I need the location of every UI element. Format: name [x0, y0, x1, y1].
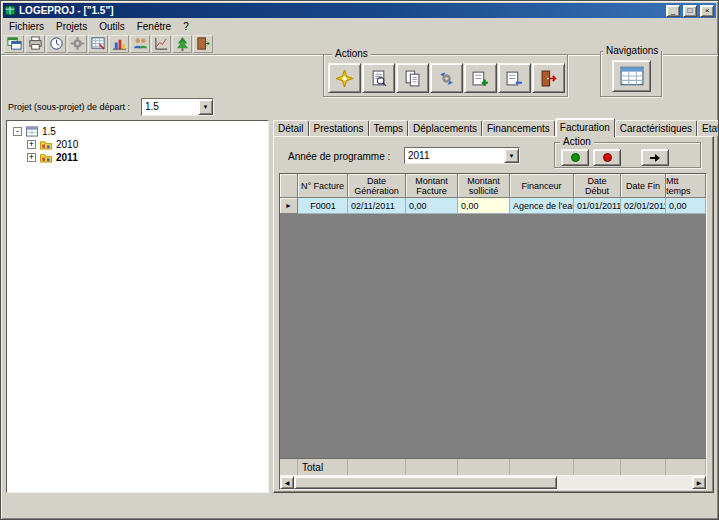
add-button[interactable]: [464, 63, 497, 93]
collapse-icon[interactable]: -: [13, 127, 22, 136]
column-header-numero-facture[interactable]: N° Facture: [298, 174, 348, 198]
toolbar-clock-button[interactable]: [46, 35, 66, 53]
navigations-group-label: Navigations: [603, 45, 661, 56]
header-line: Date: [587, 176, 606, 186]
tree-item-2010[interactable]: + 2010: [7, 138, 268, 151]
maximize-button[interactable]: □: [683, 5, 697, 17]
window-title: LOGEPROJ - ["1.5"]: [19, 5, 663, 16]
cell-montant-sollicite[interactable]: 0,00: [458, 198, 510, 214]
gear-icon: [70, 36, 85, 51]
toolbar-settings-button[interactable]: [67, 35, 87, 53]
navigation-table-button[interactable]: [612, 60, 651, 92]
copy-button[interactable]: [396, 63, 429, 93]
close-door-button[interactable]: [532, 63, 565, 93]
tree-item-2011[interactable]: + 2011: [7, 151, 268, 164]
year-combobox[interactable]: 2011 ▼: [404, 147, 520, 164]
scrollbar-thumb[interactable]: [294, 476, 557, 489]
toolbar-projects-tree-button[interactable]: [172, 35, 192, 53]
grid-header-row: N° Facture DateGénération MontantFacture…: [280, 174, 706, 198]
tab-prestations[interactable]: Prestations: [309, 120, 369, 136]
menu-projets[interactable]: Projets: [50, 20, 93, 33]
tree-item-label: 2011: [56, 152, 78, 163]
menu-fichiers[interactable]: Fichiers: [3, 20, 50, 33]
preview-page-icon: [370, 70, 387, 87]
cell-date-debut[interactable]: 01/01/2011: [574, 198, 621, 214]
tab-detail[interactable]: Détail: [273, 120, 309, 136]
header-line: sollicité: [469, 186, 499, 196]
action-groupbox: Action: [554, 142, 701, 168]
grid-horizontal-scrollbar[interactable]: ◀ ▶: [280, 475, 706, 489]
clock-icon: [49, 36, 64, 51]
tab-financements[interactable]: Financements: [482, 120, 555, 136]
toolbar-windows-button[interactable]: [4, 35, 24, 53]
toolbar-chart-button[interactable]: [109, 35, 129, 53]
column-header-mtt-temps[interactable]: Mtt temps: [666, 174, 706, 198]
preview-button[interactable]: [362, 63, 395, 93]
generate-button[interactable]: [328, 63, 361, 93]
tree-item-root[interactable]: - 1.5: [7, 125, 268, 138]
column-header-date-fin[interactable]: Date Fin: [621, 174, 666, 198]
tree-item-label: 1.5: [42, 126, 56, 137]
tab-etats[interactable]: Etats: [697, 120, 719, 136]
exit-door-icon: [196, 36, 211, 51]
bar-chart-icon: [112, 36, 127, 51]
tab-deplacements[interactable]: Déplacements: [408, 120, 482, 136]
application-window: LOGEPROJ - ["1.5"] _ □ × Fichiers Projet…: [0, 0, 719, 520]
action-go-button[interactable]: [641, 149, 669, 166]
toolbar-print-button[interactable]: [25, 35, 45, 53]
header-line: Début: [585, 186, 609, 196]
windows-icon: [7, 36, 22, 51]
actions-group-label: Actions: [332, 48, 371, 59]
cell-numero-facture[interactable]: F0001: [298, 198, 348, 214]
expand-icon[interactable]: +: [27, 153, 36, 162]
remove-form-icon: [506, 70, 523, 87]
minimize-button[interactable]: _: [666, 5, 680, 17]
scroll-left-button[interactable]: ◀: [280, 476, 294, 489]
action-validate-button[interactable]: [561, 149, 589, 166]
column-header-montant-sollicite[interactable]: Montantsollicité: [458, 174, 510, 198]
titlebar: LOGEPROJ - ["1.5"] _ □ ×: [3, 3, 716, 18]
column-header-financeur[interactable]: Financeur: [510, 174, 574, 198]
menu-outils[interactable]: Outils: [93, 20, 131, 33]
expand-icon[interactable]: +: [27, 140, 36, 149]
column-header-montant-facture[interactable]: MontantFacture: [406, 174, 458, 198]
grid-data-row: ► F0001 02/11/2011 0,00 0,00 Agence de l…: [280, 198, 706, 214]
process-button[interactable]: [430, 63, 463, 93]
tab-facturation[interactable]: Facturation: [555, 118, 615, 137]
tab-caracteristiques[interactable]: Caractéristiques: [615, 120, 697, 136]
column-header-date-debut[interactable]: DateDébut: [574, 174, 621, 198]
cell-financeur[interactable]: Agence de l'eau: [510, 198, 574, 214]
cell-date-generation[interactable]: 02/11/2011: [348, 198, 406, 214]
total-cell: [666, 459, 706, 475]
menu-fenetre[interactable]: Fenêtre: [131, 20, 177, 33]
toolbar-users-button[interactable]: [130, 35, 150, 53]
exit-door-icon: [540, 70, 557, 87]
toolbar-exit-button[interactable]: [193, 35, 213, 53]
menu-help[interactable]: ?: [177, 20, 195, 33]
action-stop-button[interactable]: [593, 149, 621, 166]
header-line: Montant: [467, 176, 500, 186]
total-cell: [458, 459, 510, 475]
project-combobox[interactable]: 1.5 ▼: [141, 98, 214, 116]
cell-montant-facture[interactable]: 0,00: [406, 198, 458, 214]
close-button[interactable]: ×: [700, 5, 714, 17]
dropdown-arrow-icon[interactable]: ▼: [198, 99, 213, 115]
cell-mtt-temps[interactable]: 0,00: [666, 198, 706, 214]
row-selector-cell[interactable]: ►: [280, 198, 298, 214]
dropdown-arrow-icon[interactable]: ▼: [504, 148, 519, 163]
toolbar-data-grid-button[interactable]: [88, 35, 108, 53]
remove-button[interactable]: [498, 63, 531, 93]
data-table-icon: [620, 66, 644, 86]
tab-temps[interactable]: Temps: [369, 120, 408, 136]
row-selector-header: [280, 174, 298, 198]
header-line: Montant: [415, 176, 448, 186]
facturation-panel: Année de programme : 2011 ▼ Action N° Fa…: [273, 136, 714, 493]
cell-date-fin[interactable]: 02/01/2011: [621, 198, 666, 214]
scroll-right-button[interactable]: ▶: [692, 476, 706, 489]
project-tree: - 1.5 + 2010 + 2011: [6, 120, 269, 493]
column-header-date-generation[interactable]: DateGénération: [348, 174, 406, 198]
toolbar-statistics-button[interactable]: [151, 35, 171, 53]
app-icon: [5, 5, 16, 16]
tab-strip: Détail Prestations Temps Déplacements Fi…: [273, 118, 714, 136]
scrollbar-track[interactable]: [294, 476, 692, 489]
